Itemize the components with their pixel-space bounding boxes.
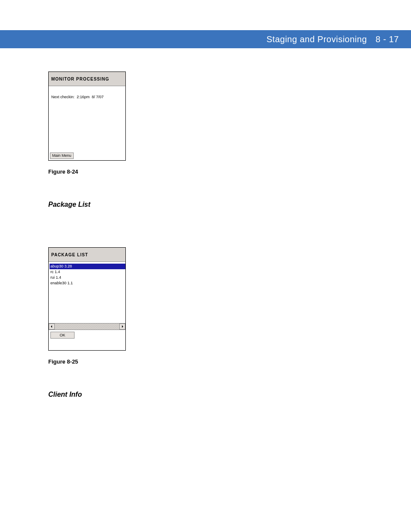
scrollbar-track[interactable] [55,324,119,330]
list-item[interactable]: enable30 1.1 [50,280,125,286]
figure-caption: Figure 8-25 [48,358,393,365]
header-page-number: 8 - 17 [376,34,399,44]
ok-button[interactable]: OK [50,332,75,339]
package-listbox[interactable]: abup30 3.28 rc 1.4 rui 1.4 enable30 1.1 [49,262,125,323]
next-checkin-line: Next checkin: 2:16pm 8/ 7/07 [51,95,123,99]
next-checkin-label: Next checkin: [51,95,75,99]
list-item[interactable]: rc 1.4 [50,269,125,275]
main-menu-button[interactable]: Main Menu [50,152,74,159]
next-checkin-time: 2:16pm [77,95,90,99]
next-checkin-date: 8/ 7/07 [92,95,104,99]
list-item[interactable]: abup30 3.28 [50,264,125,269]
list-item[interactable]: rui 1.4 [50,275,125,280]
chevron-left-icon [50,325,53,328]
scroll-left-button[interactable] [49,324,55,330]
package-list-window: PACKAGE LIST abup30 3.28 rc 1.4 rui 1.4 … [48,247,126,351]
header-title: Staging and Provisioning [267,34,367,44]
page-header: Staging and Provisioning 8 - 17 [0,30,411,48]
horizontal-scrollbar[interactable] [49,323,125,330]
chevron-right-icon [121,325,124,328]
figure-caption: Figure 8-24 [48,168,393,175]
window-title: PACKAGE LIST [49,248,125,262]
scroll-right-button[interactable] [119,324,125,330]
svg-marker-1 [122,325,123,328]
monitor-processing-window: MONITOR PROCESSING Next checkin: 2:16pm … [48,72,126,161]
svg-marker-0 [51,325,52,328]
section-heading-client-info: Client Info [48,391,393,398]
window-title: MONITOR PROCESSING [49,72,125,86]
section-heading-package-list: Package List [48,201,393,208]
